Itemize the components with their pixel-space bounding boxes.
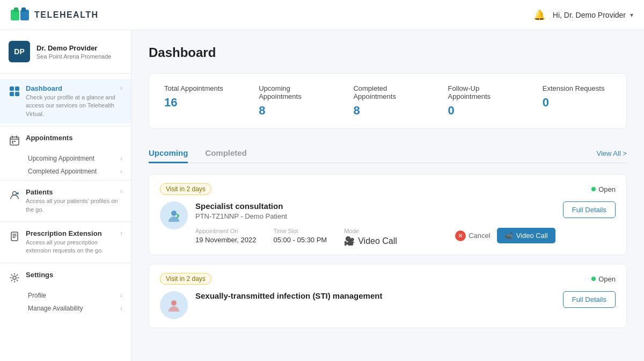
stat-upcoming-appointments: Upcoming Appointments 8	[259, 84, 327, 118]
stat-completed-value: 8	[353, 104, 422, 118]
sidebar-item-prescription[interactable]: Prescription Extension Access all your p…	[0, 224, 131, 261]
time-slot-label: Time Slot	[273, 228, 327, 234]
settings-subitems: Profile › Manage Availability ›	[0, 289, 131, 315]
stat-followup-label: Follow-Up Appointments	[448, 84, 517, 100]
sidebar-item-patients[interactable]: Patients Access all your patients' profi…	[0, 183, 131, 219]
dashboard-nav-content: Dashboard Check your profile at a glance…	[26, 84, 120, 118]
svg-point-17	[171, 300, 177, 306]
availability-chevron-icon: ›	[120, 305, 122, 312]
svg-rect-7	[15, 92, 19, 96]
tab-completed[interactable]: Completed	[205, 144, 247, 163]
sidebar-subitem-profile[interactable]: Profile ›	[28, 289, 122, 302]
appt-image-1	[160, 201, 188, 229]
sidebar-item-appointments[interactable]: Appointments	[0, 128, 131, 152]
appt-on-label: Appointment On	[195, 228, 256, 234]
user-menu[interactable]: 🔔 Hi, Dr. Demo Provider ▾	[533, 9, 633, 21]
logo[interactable]: TELEHEALTH	[11, 8, 99, 23]
appt-body-2: Sexually-transmitted infection (STI) man…	[160, 291, 616, 319]
time-slot-value: 05:00 - 05:30 PM	[273, 236, 327, 244]
patients-nav-content: Patients Access all your patients' profi…	[26, 188, 120, 214]
patients-icon	[9, 189, 20, 201]
sidebar-item-settings[interactable]: Settings	[0, 265, 131, 289]
sidebar-subitem-upcoming-appointment[interactable]: Upcoming Appointment ›	[28, 152, 122, 165]
patients-nav-label: Patients	[26, 188, 120, 196]
svg-point-16	[171, 211, 177, 216]
full-details-button-1[interactable]: Full Details	[563, 201, 616, 218]
cancel-label-1: Cancel	[469, 232, 490, 240]
meta-mode: Mode 🎥 Video Call	[344, 228, 397, 246]
stat-extension-requests: Extension Requests 0	[543, 84, 611, 118]
appointments-nav-content: Appointments	[26, 134, 122, 142]
prescription-icon	[9, 230, 20, 242]
tab-upcoming[interactable]: Upcoming	[149, 144, 188, 163]
status-badge-1: Open	[591, 185, 616, 193]
svg-rect-14	[11, 232, 18, 241]
appointment-card-1: Visit in 2 days Open Specialist consulta…	[149, 174, 627, 255]
sidebar-subitem-manage-availability[interactable]: Manage Availability ›	[28, 302, 122, 315]
svg-rect-6	[10, 92, 14, 96]
logo-text: TELEHEALTH	[34, 10, 99, 20]
patients-nav-desc: Access all your patients' profiles on th…	[26, 197, 120, 214]
profile-location: Sea Point Arena Promenade	[36, 53, 122, 60]
full-details-button-2[interactable]: Full Details	[563, 291, 616, 308]
sidebar-item-dashboard[interactable]: Dashboard Check your profile at a glance…	[0, 79, 131, 124]
svg-rect-4	[10, 86, 14, 91]
appt-image-2	[160, 291, 188, 319]
profile-chevron-icon: ›	[120, 292, 122, 299]
appointments-subitems: Upcoming Appointment › Completed Appoint…	[0, 152, 131, 178]
visit-badge-1: Visit in 2 days	[160, 183, 211, 195]
open-label-1: Open	[598, 185, 616, 193]
view-all-link[interactable]: View All >	[597, 149, 627, 157]
nav-section: Dashboard Check your profile at a glance…	[0, 74, 131, 320]
stat-upcoming-value: 8	[259, 104, 327, 118]
page-title: Dashboard	[149, 45, 627, 60]
stat-total-label: Total Appointments	[164, 84, 233, 92]
video-icon: 🎥	[344, 236, 355, 246]
stat-total-value: 16	[164, 96, 233, 110]
svg-rect-10	[14, 141, 16, 142]
patients-chevron-icon: ›	[120, 188, 122, 194]
dashboard-nav-desc: Check your profile at a glance and acces…	[26, 93, 120, 118]
sidebar-subitem-completed-appointment[interactable]: Completed Appointment ›	[28, 165, 122, 178]
settings-icon	[9, 272, 20, 284]
stat-followup-appointments: Follow-Up Appointments 0	[448, 84, 517, 118]
appt-patient-1: PTN-TZ1NNP - Demo Patient	[195, 212, 555, 220]
divider	[0, 126, 131, 126]
open-label-2: Open	[598, 275, 616, 283]
divider2	[0, 180, 131, 180]
dashboard-chevron-icon: ›	[120, 84, 122, 91]
divider4	[0, 263, 131, 263]
mode-label: Mode	[344, 228, 397, 234]
svg-rect-2	[14, 8, 18, 12]
settings-nav-content: Settings	[26, 271, 122, 279]
appt-header-1: Visit in 2 days Open	[160, 183, 616, 195]
prescription-nav-content: Prescription Extension Access all your p…	[26, 229, 120, 255]
prescription-nav-desc: Access all your prescription extension r…	[26, 239, 120, 255]
cancel-icon: ✕	[455, 230, 466, 241]
svg-rect-3	[21, 8, 26, 12]
open-dot-icon-2	[591, 277, 596, 281]
prescription-nav-label: Prescription Extension	[26, 229, 120, 237]
dashboard-icon	[9, 85, 20, 97]
user-greeting-text: Hi, Dr. Demo Provider	[553, 11, 626, 19]
stats-row: Total Appointments 16 Upcoming Appointme…	[149, 73, 627, 129]
appointment-card-2: Visit in 2 days Open Sexually-transmitte…	[149, 264, 627, 328]
appt-info-1: Specialist consultation PTN-TZ1NNP - Dem…	[195, 201, 555, 246]
stat-upcoming-label: Upcoming Appointments	[259, 84, 327, 100]
appt-title-2: Sexually-transmitted infection (STI) man…	[195, 291, 555, 300]
cancel-button-1[interactable]: ✕ Cancel	[455, 230, 490, 241]
svg-point-15	[13, 276, 16, 279]
svg-rect-9	[12, 141, 13, 142]
notification-bell-icon[interactable]: 🔔	[533, 9, 545, 21]
divider3	[0, 221, 131, 222]
video-call-button-1[interactable]: 📹 Video Call	[497, 228, 555, 243]
video-call-label-1: Video Call	[516, 232, 548, 240]
visit-badge-2: Visit in 2 days	[160, 273, 211, 285]
video-call-icon: 📹	[504, 232, 513, 240]
appt-info-2: Sexually-transmitted infection (STI) man…	[195, 291, 555, 302]
stat-total-appointments: Total Appointments 16	[164, 84, 233, 118]
chevron-down-icon: ▾	[630, 11, 633, 19]
stat-completed-appointments: Completed Appointments 8	[353, 84, 422, 118]
appointments-icon	[9, 135, 20, 147]
dashboard-nav-label: Dashboard	[26, 84, 120, 92]
